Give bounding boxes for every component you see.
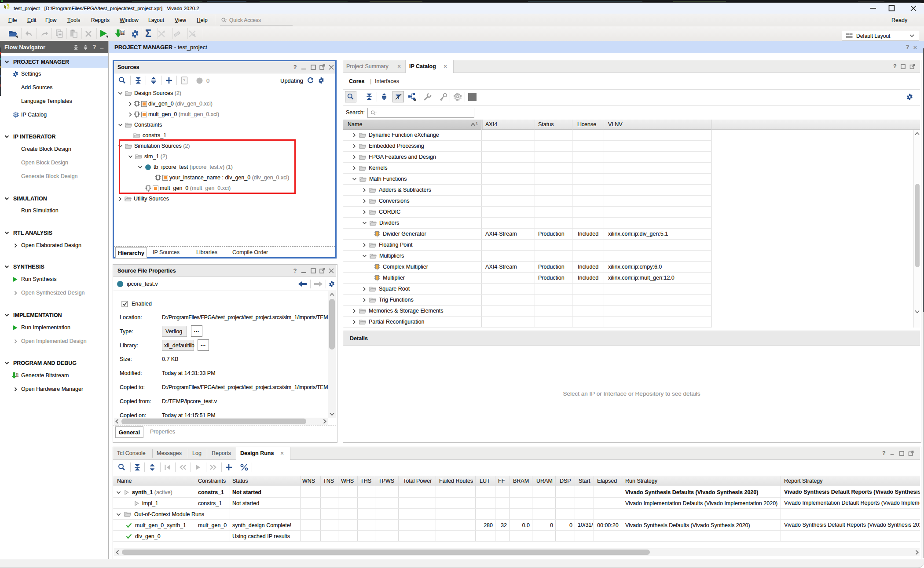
svg-text:10: 10 (16, 375, 18, 378)
svg-text:10: 10 (121, 32, 124, 35)
svg-text:?: ? (183, 78, 186, 83)
